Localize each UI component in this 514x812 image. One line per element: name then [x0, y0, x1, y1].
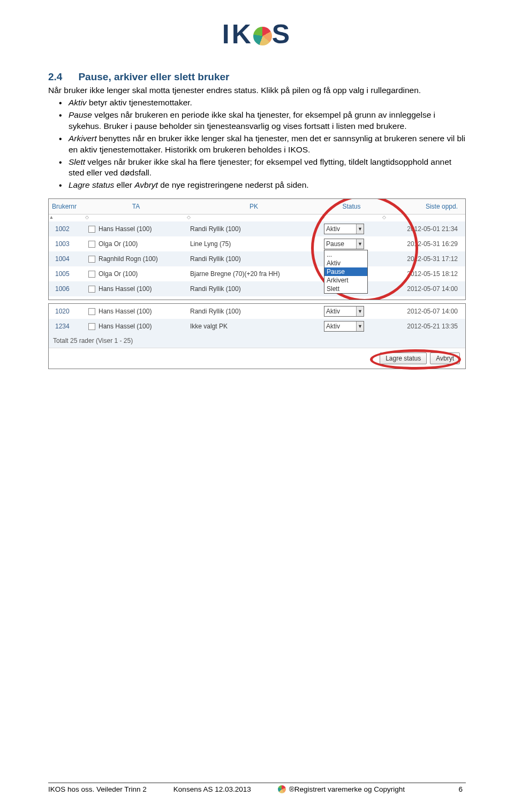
chevron-down-icon: ▼: [356, 321, 364, 331]
table-row[interactable]: 1006 Hans Hassel (100) Randi Ryllik (100…: [49, 281, 465, 296]
dropdown-option[interactable]: Slett: [324, 285, 367, 293]
logo-suffix: S: [272, 19, 292, 50]
table-row[interactable]: 1020 Hans Hassel (100) Randi Ryllik (100…: [49, 304, 465, 319]
col-ta[interactable]: TA: [88, 203, 184, 210]
table-row[interactable]: 1004 Ragnhild Rogn (100) Randi Ryllik (1…: [49, 251, 465, 266]
table-row[interactable]: 1002 Hans Hassel (100) Randi Ryllik (100…: [49, 221, 465, 236]
table-row[interactable]: 1005 Olga Or (100) Bjarne Bregne (70)(+2…: [49, 266, 465, 281]
list-item: Slett velges når bruker ikke skal ha fle…: [59, 157, 466, 179]
status-select[interactable]: Aktiv▼: [324, 224, 364, 234]
cancel-button[interactable]: Avbryt: [430, 353, 460, 364]
status-select[interactable]: Aktiv▼: [324, 306, 364, 317]
checkbox-icon[interactable]: [88, 323, 95, 330]
dropdown-option-selected[interactable]: Pause: [324, 267, 367, 276]
intro-paragraph: Når bruker ikke lenger skal motta tjenes…: [48, 85, 466, 96]
footer-mid: Konsens AS 12.03.2013: [173, 785, 278, 793]
chevron-down-icon: ▼: [356, 307, 364, 316]
logo-prefix: IK: [222, 19, 253, 50]
logo: IKS: [48, 19, 466, 50]
col-pk[interactable]: PK: [190, 203, 318, 210]
page-footer: IKOS hos oss. Veileder Trinn 2 Konsens A…: [48, 783, 466, 793]
screenshot-table-2: 1020 Hans Hassel (100) Randi Ryllik (100…: [48, 303, 466, 369]
table-summary: Totalt 25 rader (Viser 1 - 25): [49, 334, 465, 348]
checkbox-icon[interactable]: [88, 256, 95, 263]
save-button[interactable]: Lagre status: [380, 353, 427, 364]
dropdown-option[interactable]: Arkivert: [324, 276, 367, 285]
table-row[interactable]: 1234 Hans Hassel (100) Ikke valgt PK Akt…: [49, 319, 465, 334]
status-dropdown[interactable]: ... Aktiv Pause Arkivert Slett: [324, 250, 368, 294]
screenshot-table-1: Brukernr TA PK Status Siste oppd. ▲ ◇ ◇ …: [48, 198, 466, 300]
button-bar: Lagre status Avbryt: [49, 348, 465, 369]
heading-title: Pause, arkiver eller slett bruker: [78, 71, 229, 83]
chevron-down-icon: ▼: [356, 224, 364, 234]
dropdown-option[interactable]: Aktiv: [324, 259, 367, 267]
footer-right: ®Registrert varemerke og Copyright: [289, 785, 405, 793]
pie-icon: [278, 785, 286, 793]
heading-number: 2.4: [48, 71, 62, 83]
dropdown-option[interactable]: ...: [324, 250, 367, 259]
list-item: Lagre status eller Avbryt de nye registr…: [59, 180, 466, 191]
checkbox-icon[interactable]: [88, 308, 95, 315]
footer-left: IKOS hos oss. Veileder Trinn 2: [48, 785, 173, 793]
chevron-down-icon: ▼: [356, 239, 364, 249]
col-status[interactable]: Status: [324, 203, 379, 210]
checkbox-icon[interactable]: [88, 286, 95, 293]
table-rows: 1002 Hans Hassel (100) Randi Ryllik (100…: [49, 221, 465, 296]
table-header: Brukernr TA PK Status Siste oppd.: [49, 199, 465, 215]
status-select[interactable]: Pause▼: [324, 239, 364, 249]
table-row[interactable]: 1003 Olga Or (100) Line Lyng (75) Pause▼…: [49, 236, 465, 251]
list-item: Pause velges når brukeren en periode ikk…: [59, 110, 466, 132]
checkbox-icon[interactable]: [88, 271, 95, 278]
checkbox-icon[interactable]: [88, 241, 95, 248]
section-heading: 2.4 Pause, arkiver eller slett bruker: [48, 71, 466, 83]
checkbox-icon[interactable]: [88, 226, 95, 233]
col-brukernr[interactable]: Brukernr: [52, 203, 82, 210]
col-siste[interactable]: Siste oppd.: [426, 203, 458, 210]
status-select[interactable]: Aktiv▼: [324, 321, 364, 332]
page-number: 6: [458, 785, 466, 793]
list-item: Aktiv betyr aktiv tjenestemottaker.: [59, 97, 466, 109]
pie-icon: [253, 27, 272, 45]
list-item: Arkivert benyttes når en bruker ikke len…: [59, 133, 466, 156]
bullet-list: Aktiv betyr aktiv tjenestemottaker. Paus…: [48, 97, 466, 191]
